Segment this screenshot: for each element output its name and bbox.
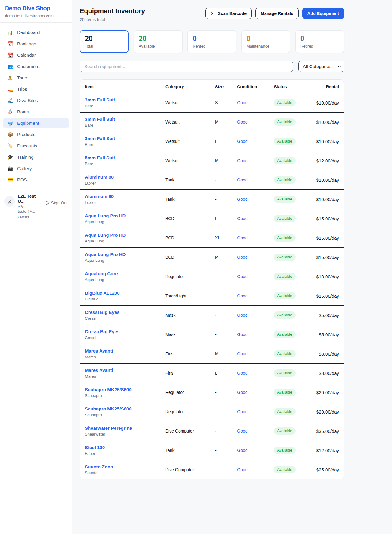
table-row[interactable]: Suunto ZoopSuuntoDive Computer-GoodAvail… [80, 460, 344, 479]
sidebar-item-training[interactable]: 🎓Training [3, 152, 69, 162]
item-condition-link[interactable]: Good [237, 371, 247, 376]
sidebar-item-boats[interactable]: ⛵Boats [3, 106, 69, 117]
item-condition-link[interactable]: Good [237, 158, 247, 163]
sidebar-item-gallery[interactable]: 📸Gallery [3, 163, 69, 174]
table-row[interactable]: Aluminum 80LuxferTank-GoodAvailable$10.0… [80, 190, 344, 209]
sidebar-item-dive-sites[interactable]: 🌊Dive Sites [3, 95, 69, 106]
table-row[interactable]: Scubapro MK25/S600ScubaproRegulator-Good… [80, 383, 344, 402]
item-category: Wetsuit [160, 151, 210, 170]
item-name-link[interactable]: Aluminum 80 [85, 174, 156, 180]
item-name-link[interactable]: BigBlue AL1200 [85, 290, 156, 296]
status-badge: Available [274, 157, 295, 164]
item-condition-link[interactable]: Good [237, 409, 247, 414]
sidebar-item-products[interactable]: 📦Products [3, 129, 69, 140]
item-category: Fins [160, 364, 210, 383]
stat-card-maintenance[interactable]: 0 Maintenance [241, 30, 290, 53]
sidebar-item-dashboard[interactable]: 📊Dashboard [3, 27, 69, 38]
table-row[interactable]: 3mm Full SuitBareWetsuitSGoodAvailable$1… [80, 93, 344, 113]
item-condition-link[interactable]: Good [237, 197, 247, 202]
table-row[interactable]: Steel 100FaberTank-GoodAvailable$12.00/d… [80, 441, 344, 460]
item-condition-link[interactable]: Good [237, 139, 247, 144]
item-name-link[interactable]: Aqua Lung Pro HD [85, 252, 156, 257]
item-name-link[interactable]: Steel 100 [85, 445, 156, 450]
sidebar-item-discounts[interactable]: 🏷️Discounts [3, 140, 69, 151]
table-row[interactable]: Aqualung CoreAqua LungRegulator-GoodAvai… [80, 267, 344, 286]
stat-card-rented[interactable]: 0 Rented [187, 30, 236, 53]
sidebar-item-label: Customers [17, 64, 40, 69]
item-name-link[interactable]: Aqualung Core [85, 271, 156, 276]
item-name-link[interactable]: Aqua Lung Pro HD [85, 232, 156, 238]
table-row[interactable]: Cressi Big EyesCressiMask-GoodAvailable$… [80, 325, 344, 344]
table-row[interactable]: 3mm Full SuitBareWetsuitMGoodAvailable$1… [80, 113, 344, 132]
item-name-link[interactable]: Aluminum 80 [85, 194, 156, 199]
item-name-link[interactable]: Mares Avanti [85, 348, 156, 353]
item-name-link[interactable]: Shearwater Peregrine [85, 425, 156, 431]
item-size: - [210, 383, 232, 402]
category-select[interactable]: All Categories [298, 61, 344, 72]
stat-card-total[interactable]: 20 Total [80, 30, 129, 53]
item-condition-link[interactable]: Good [237, 332, 247, 337]
item-condition-link[interactable]: Good [237, 255, 247, 260]
table-row[interactable]: Cressi Big EyesCressiMask-GoodAvailable$… [80, 306, 344, 325]
table-row[interactable]: 3mm Full SuitBareWetsuitLGoodAvailable$1… [80, 132, 344, 151]
item-condition-link[interactable]: Good [237, 448, 247, 453]
status-badge: Available [274, 138, 295, 145]
add-equipment-button[interactable]: Add Equipment [302, 8, 344, 19]
manage-rentals-button[interactable]: Manage Rentals [255, 8, 299, 19]
item-name-link[interactable]: Cressi Big Eyes [85, 329, 156, 334]
sidebar-item-trips[interactable]: 🚤Trips [3, 84, 69, 94]
sidebar-item-equipment[interactable]: 🤿Equipment [3, 118, 69, 128]
table-row[interactable]: Mares AvantiMaresFinsMGoodAvailable$8.00… [80, 344, 344, 364]
item-condition-link[interactable]: Good [237, 313, 247, 318]
item-name-link[interactable]: Scubapro MK25/S600 [85, 406, 156, 411]
table-row[interactable]: Aqua Lung Pro HDAqua LungBCDXLGoodAvaila… [80, 228, 344, 248]
brand-title[interactable]: Demo Dive Shop [5, 5, 67, 12]
sidebar-item-customers[interactable]: 👥Customers [3, 61, 69, 72]
item-brand: Scubapro [85, 393, 156, 398]
item-name-link[interactable]: 3mm Full Suit [85, 97, 156, 102]
item-name-link[interactable]: 3mm Full Suit [85, 116, 156, 122]
item-rental-rate: $5.00/day [307, 306, 344, 325]
item-name-link[interactable]: 3mm Full Suit [85, 136, 156, 141]
item-condition-link[interactable]: Good [237, 390, 247, 395]
item-condition-link[interactable]: Good [237, 467, 247, 472]
item-name-link[interactable]: Suunto Zoop [85, 464, 156, 469]
item-condition-link[interactable]: Good [237, 177, 247, 182]
item-rental-rate: $10.00/day [307, 170, 344, 190]
item-name-link[interactable]: Cressi Big Eyes [85, 310, 156, 315]
stat-retired-value: 0 [300, 35, 339, 43]
item-condition-link[interactable]: Good [237, 274, 247, 279]
item-name-link[interactable]: Aqua Lung Pro HD [85, 213, 156, 218]
add-equipment-label: Add Equipment [307, 11, 339, 16]
scan-barcode-button[interactable]: Scan Barcode [205, 8, 252, 19]
item-condition-link[interactable]: Good [237, 351, 247, 356]
table-row[interactable]: Aluminum 80LuxferTank-GoodAvailable$10.0… [80, 170, 344, 190]
sidebar-item-calendar[interactable]: 📆Calendar [3, 50, 69, 60]
item-condition-link[interactable]: Good [237, 120, 247, 124]
item-condition-link[interactable]: Good [237, 235, 247, 240]
item-condition-link[interactable]: Good [237, 216, 247, 221]
item-condition-link[interactable]: Good [237, 100, 247, 105]
item-size: - [210, 267, 232, 286]
table-row[interactable]: BigBlue AL1200BigBlueTorch/Light-GoodAva… [80, 286, 344, 306]
item-name-link[interactable]: Scubapro MK25/S600 [85, 387, 156, 392]
stat-card-available[interactable]: 20 Available [134, 30, 183, 53]
item-condition-link[interactable]: Good [237, 429, 247, 433]
item-condition-link[interactable]: Good [237, 293, 247, 298]
item-size: L [210, 364, 232, 383]
table-row[interactable]: Scubapro MK25/S600ScubaproRegulator-Good… [80, 402, 344, 421]
sidebar-item-pos[interactable]: 💳POS [3, 174, 69, 185]
status-badge: Available [274, 466, 295, 473]
table-row[interactable]: Shearwater PeregrineShearwaterDive Compu… [80, 421, 344, 441]
item-name-link[interactable]: 5mm Full Suit [85, 155, 156, 160]
table-row[interactable]: 5mm Full SuitBareWetsuitMGoodAvailable$1… [80, 151, 344, 170]
table-row[interactable]: Mares AvantiMaresFinsLGoodAvailable$8.00… [80, 364, 344, 383]
item-name-link[interactable]: Mares Avanti [85, 368, 156, 373]
sidebar-item-tours[interactable]: 🏝️Tours [3, 72, 69, 83]
table-row[interactable]: Aqua Lung Pro HDAqua LungBCDMGoodAvailab… [80, 248, 344, 267]
table-row[interactable]: Aqua Lung Pro HDAqua LungBCDLGoodAvailab… [80, 209, 344, 228]
stat-card-retired[interactable]: 0 Retired [295, 30, 344, 53]
sidebar-item-bookings[interactable]: 📅Bookings [3, 38, 69, 49]
search-input[interactable] [80, 61, 293, 72]
sign-out-button[interactable]: Sign Out [45, 200, 68, 205]
